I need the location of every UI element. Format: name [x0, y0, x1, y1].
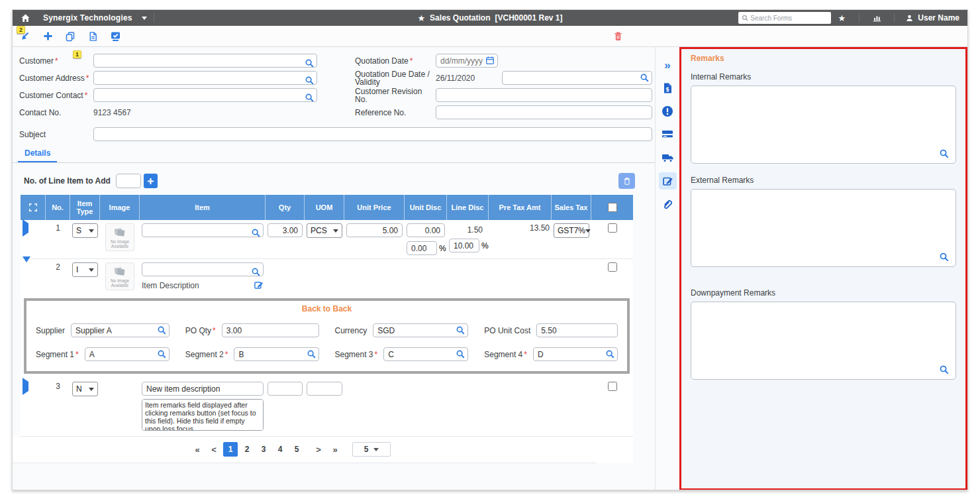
segment2-field-group: Segment 2*	[185, 347, 319, 361]
external-remarks-lookup-icon[interactable]	[939, 252, 949, 262]
item-lookup-icon[interactable]	[251, 267, 260, 276]
chevron-down-icon	[373, 448, 379, 451]
credit-card-icon	[662, 130, 673, 139]
item-input[interactable]	[142, 223, 264, 237]
page-button-4[interactable]: 4	[273, 442, 287, 457]
qty-input[interactable]	[268, 223, 303, 237]
customer-address-input[interactable]	[93, 71, 317, 85]
segment3-lookup-icon[interactable]	[456, 349, 465, 359]
page-button-3[interactable]: 3	[256, 442, 271, 457]
invoice-icon: $	[662, 82, 673, 94]
page-button-1[interactable]: 1	[223, 442, 238, 457]
main-area: Customer* 1 Quotation Date*	[13, 47, 655, 490]
expand-row-icon[interactable]	[23, 378, 28, 395]
customer-contact-input[interactable]	[93, 88, 317, 102]
home-button[interactable]	[13, 10, 38, 26]
select-all-checkbox[interactable]	[608, 203, 617, 212]
save-button[interactable]	[109, 30, 121, 42]
company-menu-label[interactable]: Synergix Technologies	[43, 13, 132, 23]
table-row: 2 I No Image Available Item Description	[21, 259, 633, 294]
workflow-button[interactable]: 2	[19, 30, 31, 42]
currency-input[interactable]	[373, 323, 468, 337]
item-type-select[interactable]: I	[72, 262, 98, 277]
internal-remarks-textarea[interactable]	[691, 86, 956, 163]
table-row: 3 N Item remarks field displayed after c…	[21, 378, 633, 437]
downpayment-remarks-lookup-icon[interactable]	[939, 364, 949, 374]
calendar-icon[interactable]	[485, 56, 495, 65]
internal-remarks-lookup-icon[interactable]	[939, 148, 949, 158]
row-checkbox[interactable]	[608, 262, 617, 272]
uom-input[interactable]	[307, 382, 342, 396]
segment2-lookup-icon[interactable]	[307, 349, 316, 359]
item-type-select[interactable]: N	[72, 382, 98, 396]
po-qty-input[interactable]	[222, 323, 319, 337]
segment1-lookup-icon[interactable]	[157, 349, 166, 359]
supplier-lookup-icon[interactable]	[157, 325, 166, 335]
external-remarks-textarea[interactable]	[691, 190, 956, 266]
add-line-count-input[interactable]	[116, 174, 141, 188]
remarks-tab-button[interactable]	[659, 172, 677, 190]
validity-field	[502, 71, 652, 85]
customer-lookup-icon[interactable]	[305, 58, 314, 68]
add-line-button[interactable]	[144, 174, 158, 188]
billing-button[interactable]: $	[659, 80, 677, 97]
edit-description-icon[interactable]	[254, 280, 264, 290]
po-unit-cost-input[interactable]	[536, 323, 618, 337]
reference-no-input[interactable]	[436, 105, 652, 119]
expand-row-icon[interactable]	[23, 219, 28, 237]
validity-lookup-icon[interactable]	[640, 73, 649, 82]
col-image: Image	[100, 195, 140, 220]
delete-button[interactable]	[612, 30, 624, 42]
forms-search-input[interactable]	[750, 15, 828, 22]
customer-input[interactable]	[93, 54, 317, 68]
sales-tax-select[interactable]: GST7%	[554, 223, 589, 238]
unit-disc-input[interactable]	[407, 223, 445, 237]
row-checkbox[interactable]	[608, 382, 617, 391]
collapse-row-icon[interactable]	[23, 256, 30, 272]
favorite-star-icon[interactable]: ★	[417, 14, 425, 23]
segment4-lookup-icon[interactable]	[605, 349, 614, 359]
unit-price-input[interactable]	[346, 223, 403, 237]
currency-lookup-icon[interactable]	[456, 325, 465, 335]
downpayment-remarks-textarea[interactable]	[691, 302, 956, 379]
address-lookup-icon[interactable]	[305, 76, 314, 85]
next-page-button[interactable]: >	[311, 442, 326, 457]
qty-input[interactable]	[268, 382, 303, 396]
contact-lookup-icon[interactable]	[305, 93, 314, 102]
item-lookup-icon[interactable]	[251, 228, 260, 237]
company-caret-icon[interactable]	[142, 17, 147, 20]
export-pdf-button[interactable]	[87, 30, 99, 42]
reports-button[interactable]	[866, 10, 887, 26]
item-input[interactable]	[142, 262, 264, 276]
prev-page-button[interactable]: <	[207, 442, 221, 457]
supplier-input[interactable]	[71, 323, 170, 337]
item-type-select[interactable]: S	[72, 223, 98, 238]
collapse-panel-button[interactable]: »	[659, 56, 677, 74]
copy-button[interactable]	[64, 30, 76, 42]
segment3-label: Segment 3*	[335, 350, 378, 359]
tab-details[interactable]: Details	[18, 146, 57, 162]
customer-revision-input[interactable]	[436, 88, 652, 102]
validity-input[interactable]	[502, 71, 652, 85]
add-button[interactable]	[42, 30, 54, 42]
line-disc-pct-input[interactable]	[449, 239, 479, 252]
subject-input[interactable]	[93, 127, 652, 141]
page-size-select[interactable]: 5	[352, 442, 391, 457]
page-button-5[interactable]: 5	[289, 442, 304, 457]
expand-all-header[interactable]	[21, 195, 46, 220]
delete-rows-button[interactable]	[618, 173, 635, 189]
unit-disc-pct-input[interactable]	[407, 241, 437, 255]
payment-button[interactable]	[659, 126, 677, 143]
favorites-button[interactable]: ★	[831, 10, 852, 26]
row-checkbox[interactable]	[608, 223, 617, 233]
uom-select[interactable]: PCS	[307, 223, 342, 238]
new-item-description-input[interactable]	[142, 382, 264, 396]
user-menu[interactable]: User Name	[901, 13, 967, 23]
item-remarks-textarea[interactable]: Item remarks field displayed after click…	[142, 399, 264, 431]
page-button-2[interactable]: 2	[240, 442, 254, 457]
delivery-button[interactable]	[659, 149, 677, 166]
attachments-button[interactable]	[659, 195, 677, 213]
alerts-button[interactable]	[659, 103, 677, 120]
last-page-button[interactable]: »	[328, 442, 342, 457]
first-page-button[interactable]: «	[190, 442, 205, 457]
